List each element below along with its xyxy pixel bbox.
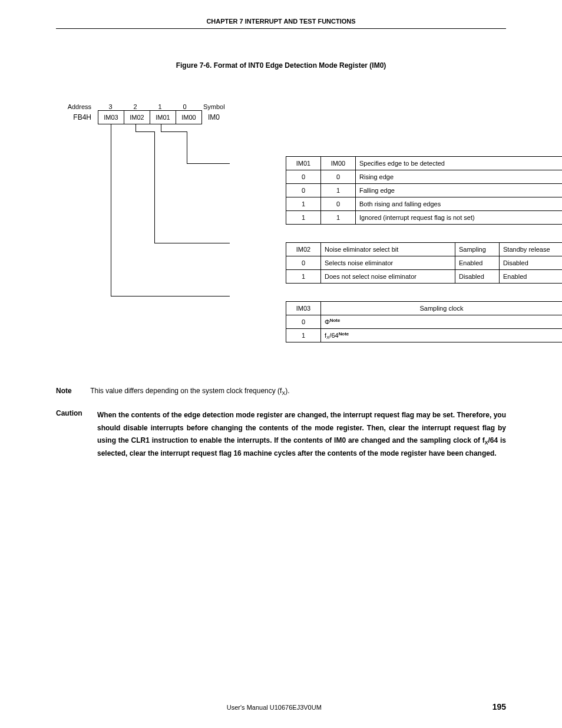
t1-r3c1: 1 (321, 211, 356, 225)
t2-r1c3: Enabled (500, 270, 563, 284)
t2-h3: Standby release (500, 243, 563, 256)
t1-r0c2: Rising edge (356, 170, 563, 184)
bit-im02: IM02 (124, 110, 150, 124)
t1-h2: Specifies edge to be detected (356, 157, 563, 170)
t2-r1c0: 1 (286, 270, 321, 284)
connector-stubs (98, 124, 506, 141)
page-number: 195 (492, 702, 506, 711)
bit-col-3: 3 (98, 102, 123, 110)
note: Note This value differs depending on the… (56, 386, 506, 396)
t2-r0c1: Selects noise eliminator (321, 256, 455, 270)
caution: Caution When the contents of the edge de… (56, 409, 506, 460)
t1-r2c0: 1 (286, 197, 321, 211)
address-label: Address (56, 102, 98, 110)
register-layout: Address 3 2 1 0 Symbol FB4H IM03 IM02 IM… (56, 102, 506, 374)
t2-h0: IM02 (286, 243, 321, 256)
bit-col-1: 1 (147, 102, 173, 110)
footer-manual-id: User's Manual U10676EJ3V0UM (227, 704, 322, 711)
t3-r1c0: 1 (286, 329, 321, 342)
bit-col-0: 0 (172, 102, 197, 110)
table-im02: IM02 Noise eliminator select bit Samplin… (286, 242, 562, 284)
t1-r0c1: 0 (321, 170, 356, 184)
connector-h-im02 (154, 243, 230, 243)
bit-im03: IM03 (98, 110, 124, 124)
note-text: This value differs depending on the syst… (90, 387, 289, 395)
chapter-header: CHAPTER 7 INTERRUPT AND TEST FUNCTIONS (56, 18, 506, 29)
t1-r3c0: 1 (286, 211, 321, 225)
note-label: Note (56, 386, 88, 396)
page-footer: User's Manual U10676EJ3V0UM 195 (56, 702, 506, 711)
bit-im01: IM01 (150, 110, 176, 124)
connector-im02 (154, 140, 155, 243)
t1-r1c2: Falling edge (356, 184, 563, 197)
t2-r0c2: Enabled (455, 256, 500, 270)
t1-h1: IM00 (321, 157, 356, 170)
t1-r2c1: 0 (321, 197, 356, 211)
bit-col-2: 2 (123, 102, 148, 110)
t3-r1c1: fX/64Note (321, 329, 563, 342)
connector-im01 (187, 140, 187, 163)
t2-h2: Sampling (455, 243, 500, 256)
connector-h-im03 (111, 296, 230, 297)
t3-h1: Sampling clock (321, 302, 563, 315)
t2-r1c2: Disabled (455, 270, 500, 284)
t1-r0c0: 0 (286, 170, 321, 184)
table-im01-im00: IM01 IM00 Specifies edge to be detected … (286, 156, 562, 225)
t3-r0c0: 0 (286, 315, 321, 329)
t3-r0c1: ΦNote (321, 315, 563, 329)
caution-label: Caution (56, 409, 97, 460)
t1-r2c2: Both rising and falling edges (356, 197, 563, 211)
t1-r3c2: Ignored (interrupt request flag is not s… (356, 211, 563, 225)
symbol-value: IM0 (202, 113, 243, 121)
t2-r0c3: Disabled (500, 256, 563, 270)
connector-h-im01 (187, 163, 230, 164)
caution-text: When the contents of the edge detection … (97, 409, 506, 460)
t1-r1c1: 1 (321, 184, 356, 197)
t2-h1: Noise eliminator select bit (321, 243, 455, 256)
symbol-label: Symbol (197, 102, 239, 110)
figure-title: Figure 7-6. Format of INT0 Edge Detectio… (56, 61, 506, 70)
t2-r1c1: Does not select noise eliminator (321, 270, 455, 284)
t1-h0: IM01 (286, 157, 321, 170)
t3-h0: IM03 (286, 302, 321, 315)
address-value: FB4H (56, 113, 98, 121)
table-im03: IM03 Sampling clock 0 ΦNote 1 fX/64Note (286, 301, 562, 342)
connector-im03 (111, 140, 111, 296)
t2-r0c0: 0 (286, 256, 321, 270)
t1-r1c0: 0 (286, 184, 321, 197)
bit-im00: IM00 (176, 110, 202, 124)
